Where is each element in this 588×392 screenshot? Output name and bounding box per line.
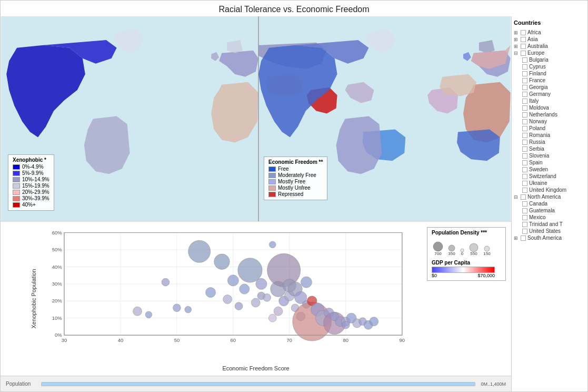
sidebar-checkbox-item-3-5[interactable] xyxy=(522,92,527,97)
sidebar-item-canada[interactable]: Canada xyxy=(514,200,585,207)
sidebar-checkbox-item-3-7[interactable] xyxy=(522,105,527,111)
sidebar-checkbox-item-3-1[interactable] xyxy=(522,64,527,70)
sidebar-checkbox-item-3-6[interactable] xyxy=(522,99,527,104)
sidebar-checkbox-item-3-10[interactable] xyxy=(522,126,527,131)
sidebar-group-header-0[interactable]: ⊞Africa xyxy=(514,29,585,36)
eco-label-4: Repressed xyxy=(278,191,303,197)
eco-legend-title: Economic Freedom ** xyxy=(268,159,323,165)
sidebar-checkbox-item-3-19[interactable] xyxy=(522,188,527,193)
sidebar-checkbox-group-2[interactable] xyxy=(521,44,526,49)
sidebar-item-georgia[interactable]: Georgia xyxy=(514,84,585,91)
sidebar-item-label-3-1: Cyprus xyxy=(529,64,546,70)
sidebar-checkbox-item-3-14[interactable] xyxy=(522,153,527,159)
sidebar-item-united-kingdom[interactable]: United Kingdom xyxy=(514,187,585,193)
sidebar-item-switzerland[interactable]: Switzerland xyxy=(514,173,585,180)
sidebar-checkbox-item-3-18[interactable] xyxy=(522,181,527,186)
sidebar-checkbox-group-1[interactable] xyxy=(521,37,526,42)
svg-text:50%: 50% xyxy=(52,247,63,252)
sidebar-item-italy[interactable]: Italy xyxy=(514,97,585,104)
sidebar-group-header-3[interactable]: ⊟Europe xyxy=(514,50,585,56)
scroll-track[interactable] xyxy=(41,382,475,386)
eco-legend-item-4: Repressed xyxy=(268,191,323,197)
scroll-thumb[interactable] xyxy=(42,383,475,386)
sidebar-checkbox-item-4-0[interactable] xyxy=(522,201,527,207)
eco-color-2 xyxy=(268,179,276,184)
sidebar-group-header-4[interactable]: ⊟North America xyxy=(514,193,585,200)
sidebar-item-label-3-5: Germany xyxy=(529,91,551,97)
sidebar-item-guatemala[interactable]: Guatemala xyxy=(514,207,585,214)
pop-mid-label: 0M..1,400M xyxy=(481,381,506,387)
sidebar-item-cyprus[interactable]: Cyprus xyxy=(514,63,585,70)
sidebar-item-label-3-18: Ukraine xyxy=(529,180,547,186)
sidebar-group-header-5[interactable]: ⊞South America xyxy=(514,234,585,241)
sidebar-item-label-3-10: Poland xyxy=(529,125,545,131)
sidebar-checkbox-item-3-0[interactable] xyxy=(522,57,527,63)
xeno-color-4 xyxy=(13,190,20,195)
sidebar-item-romania[interactable]: Romania xyxy=(514,132,585,139)
sidebar-checkbox-item-3-12[interactable] xyxy=(522,140,527,145)
sidebar-checkbox-item-3-4[interactable] xyxy=(522,85,527,90)
sidebar-item-label-3-9: Norway xyxy=(529,119,547,124)
sidebar-item-slovenia[interactable]: Slovenia xyxy=(514,152,585,159)
sidebar-expand-icon-3[interactable]: ⊟ xyxy=(514,51,519,56)
sidebar-checkbox-item-4-4[interactable] xyxy=(522,229,527,234)
sidebar-expand-icon-5[interactable]: ⊞ xyxy=(514,236,519,241)
sidebar-item-norway[interactable]: Norway xyxy=(514,118,585,125)
sidebar-item-trinidad-and-t[interactable]: Trinidad and T xyxy=(514,221,585,228)
sidebar-checkbox-item-4-1[interactable] xyxy=(522,208,527,213)
sidebar-checkbox-item-3-2[interactable] xyxy=(522,71,527,76)
sidebar-checkbox-item-3-15[interactable] xyxy=(522,160,527,165)
svg-text:50: 50 xyxy=(174,337,180,343)
sidebar-group-europe: ⊟EuropeBulgariaCyprusFinlandFranceGeorgi… xyxy=(514,50,585,193)
sidebar-checkbox-item-3-11[interactable] xyxy=(522,133,527,138)
sidebar-item-russia[interactable]: Russia xyxy=(514,139,585,145)
svg-point-48 xyxy=(263,293,271,301)
sidebar-checkbox-item-3-17[interactable] xyxy=(522,174,527,179)
sidebar-item-sweden[interactable]: Sweden xyxy=(514,166,585,173)
xeno-color-1 xyxy=(13,171,20,176)
sidebar-item-finland[interactable]: Finland xyxy=(514,70,585,77)
svg-point-52 xyxy=(274,307,283,316)
sidebar-expand-icon-4[interactable]: ⊟ xyxy=(514,194,519,200)
sidebar-item-united-states[interactable]: United States xyxy=(514,228,585,234)
sidebar-item-bulgaria[interactable]: Bulgaria xyxy=(514,56,585,63)
xeno-label-6: 40%+ xyxy=(22,202,36,208)
sidebar-checkbox-group-3[interactable] xyxy=(521,51,526,56)
sidebar-checkbox-item-4-3[interactable] xyxy=(522,222,527,227)
sidebar-item-mexico[interactable]: Mexico xyxy=(514,214,585,221)
sidebar-item-ukraine[interactable]: Ukraine xyxy=(514,180,585,187)
sidebar-item-netherlands[interactable]: Netherlands xyxy=(514,111,585,118)
sidebar-item-moldova[interactable]: Moldova xyxy=(514,104,585,111)
sidebar-checkbox-item-3-3[interactable] xyxy=(522,78,527,83)
sidebar-checkbox-item-4-2[interactable] xyxy=(522,215,527,220)
sidebar-expand-icon-2[interactable]: ⊞ xyxy=(514,44,519,49)
sidebar-expand-icon-1[interactable]: ⊞ xyxy=(514,37,519,42)
sidebar-item-serbia[interactable]: Serbia xyxy=(514,145,585,152)
sidebar-checkbox-item-3-8[interactable] xyxy=(522,112,527,117)
sidebar-item-label-3-11: Romania xyxy=(529,132,550,138)
sidebar-item-label-4-1: Guatemala xyxy=(529,208,555,213)
sidebar-checkbox-group-0[interactable] xyxy=(521,30,526,35)
sidebar-group-label-5: South America xyxy=(527,235,562,241)
sidebar-checkbox-item-3-16[interactable] xyxy=(522,167,527,172)
svg-point-43 xyxy=(240,284,250,294)
sidebar-item-poland[interactable]: Poland xyxy=(514,125,585,132)
sidebar-group-header-1[interactable]: ⊞Asia xyxy=(514,36,585,43)
sidebar-checkbox-item-3-9[interactable] xyxy=(522,119,527,124)
sidebar-group-south-america: ⊞South America xyxy=(514,234,585,241)
sidebar-item-spain[interactable]: Spain xyxy=(514,159,585,166)
sidebar-checkbox-group-4[interactable] xyxy=(521,194,526,200)
sidebar-expand-icon-0[interactable]: ⊞ xyxy=(514,30,519,35)
sidebar-group-header-2[interactable]: ⊞Australia xyxy=(514,43,585,50)
sidebar-checkbox-item-3-13[interactable] xyxy=(522,146,527,152)
sidebar-item-france[interactable]: France xyxy=(514,77,585,84)
svg-text:40%: 40% xyxy=(52,264,63,270)
xeno-color-0 xyxy=(13,164,20,170)
sidebar-checkbox-group-5[interactable] xyxy=(521,236,526,241)
gdp-high-label: $70,000 xyxy=(477,273,495,278)
sidebar-item-label-3-16: Sweden xyxy=(529,166,548,172)
sidebar-item-label-3-2: Finland xyxy=(529,71,546,76)
sidebar-item-germany[interactable]: Germany xyxy=(514,91,585,97)
sidebar-item-label-3-3: France xyxy=(529,77,545,83)
svg-text:30%: 30% xyxy=(52,281,63,287)
